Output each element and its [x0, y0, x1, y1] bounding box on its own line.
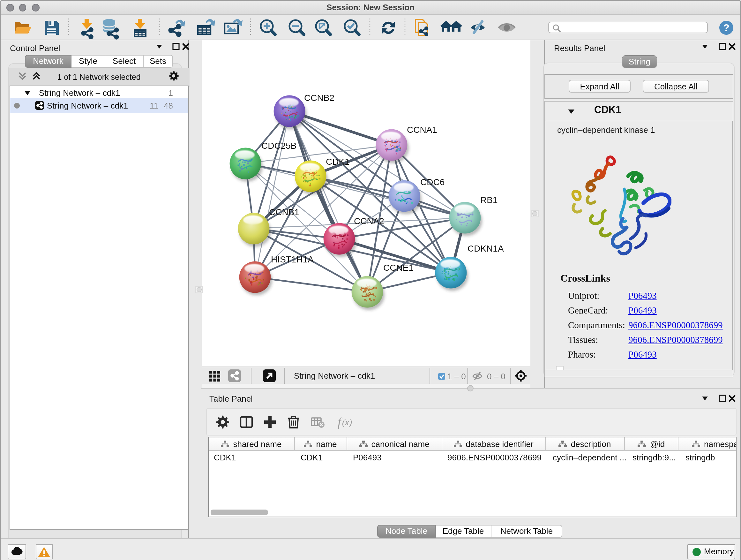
- svg-text:f: f: [337, 415, 342, 429]
- svg-text:HIST1H1A: HIST1H1A: [271, 254, 313, 264]
- svg-text:CCNB2: CCNB2: [304, 93, 334, 103]
- svg-text:CDK1: CDK1: [326, 157, 349, 167]
- svg-text:0 – 0: 0 – 0: [487, 371, 505, 381]
- svg-text:CDC6: CDC6: [420, 177, 444, 187]
- svg-text:CCNA2: CCNA2: [354, 216, 384, 226]
- svg-text:CDKN1A: CDKN1A: [467, 244, 503, 253]
- svg-text:1 – 0: 1 – 0: [447, 371, 466, 381]
- svg-text:CCNA1: CCNA1: [407, 125, 437, 135]
- svg-text:(x): (x): [342, 417, 352, 427]
- svg-text:?: ?: [723, 22, 730, 34]
- svg-text:CDC25B: CDC25B: [261, 141, 296, 151]
- svg-text:CCNB1: CCNB1: [269, 207, 299, 217]
- svg-text:CCNE1: CCNE1: [383, 263, 413, 273]
- svg-text:String Network – cdk1: String Network – cdk1: [293, 371, 375, 380]
- svg-text:RB1: RB1: [480, 195, 497, 205]
